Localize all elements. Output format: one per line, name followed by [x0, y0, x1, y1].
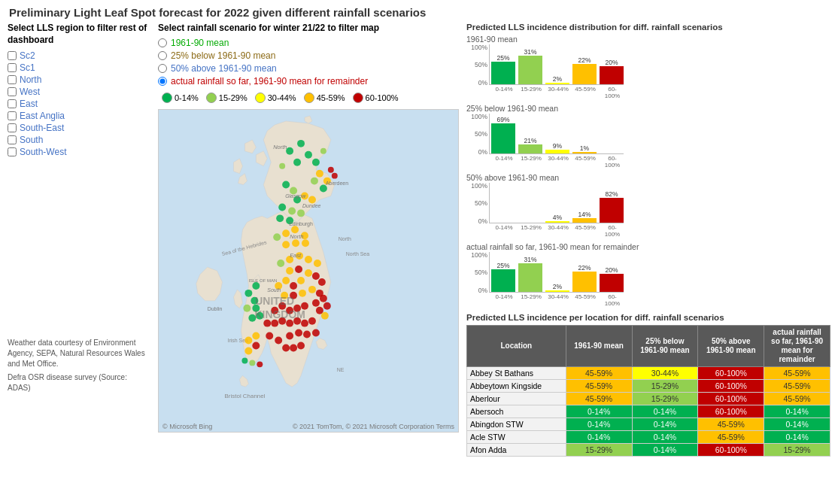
- svg-text:South: South: [267, 287, 281, 293]
- chart-area-0: 100%50%0%25%31%2%22%20%: [466, 44, 830, 86]
- svg-point-62: [321, 312, 329, 320]
- svg-text:NE: NE: [337, 367, 345, 372]
- checkbox-north[interactable]: [8, 75, 17, 84]
- checkbox-south-east[interactable]: [8, 123, 17, 132]
- checkbox-item-sc1[interactable]: Sc1: [8, 62, 150, 73]
- x-label: 0-14%: [492, 86, 516, 99]
- radio-0[interactable]: [158, 38, 167, 47]
- x-label: 60-100%: [600, 86, 624, 99]
- checkbox-sc2[interactable]: [8, 51, 17, 60]
- checkbox-item-north[interactable]: North: [8, 74, 150, 85]
- checkbox-item-sc2[interactable]: Sc2: [8, 50, 150, 61]
- svg-point-75: [286, 332, 293, 340]
- svg-point-17: [328, 167, 334, 173]
- checkbox-south-west[interactable]: [8, 147, 17, 156]
- data-cell-1: 15-29%: [632, 380, 698, 393]
- data-cell-0: 0-14%: [566, 431, 632, 444]
- checkbox-west[interactable]: [8, 87, 17, 96]
- data-cell-3: 45-59%: [764, 380, 830, 393]
- checkbox-label: Sc1: [20, 62, 35, 73]
- svg-point-44: [244, 290, 252, 297]
- svg-point-34: [292, 239, 299, 247]
- radio-item-1[interactable]: 25% below 1961-90 mean: [158, 50, 459, 61]
- radio-1[interactable]: [158, 51, 167, 60]
- data-cell-2: 45-59%: [698, 431, 764, 444]
- charts-title: Predicted LLS incidence distribution for…: [466, 23, 830, 32]
- bar-rect: [518, 144, 542, 153]
- checkbox-east-anglia[interactable]: [8, 111, 17, 120]
- radio-item-0[interactable]: 1961-90 mean: [158, 38, 459, 48]
- bar-wrap-4: [600, 113, 624, 153]
- bar-rect: [600, 198, 624, 223]
- checkbox-label: North: [20, 74, 41, 85]
- chart-block-0: 1961-90 mean100%50%0%25%31%2%22%20%0-14%…: [466, 35, 830, 99]
- legend-item-60-100%: 60-100%: [353, 93, 399, 103]
- radio-label-2: 50% above 1961-90 mean: [171, 63, 277, 74]
- svg-point-41: [286, 267, 293, 275]
- checkbox-item-east-anglia[interactable]: East Anglia: [8, 111, 150, 121]
- chart-scenario-label-2: 50% above 1961-90 mean: [466, 173, 830, 182]
- checkbox-sc1[interactable]: [8, 63, 17, 72]
- svg-point-29: [282, 229, 290, 237]
- checkbox-label: East: [20, 99, 38, 109]
- svg-point-24: [278, 203, 286, 211]
- svg-point-33: [282, 241, 290, 248]
- svg-point-9: [293, 159, 301, 166]
- svg-point-87: [244, 347, 252, 354]
- data-cell-3: 0-14%: [764, 418, 830, 431]
- svg-point-88: [241, 357, 247, 363]
- bar-wrap-2: 4%: [545, 182, 569, 223]
- bar-rect: [572, 64, 597, 84]
- location-cell: Afon Adda: [467, 444, 566, 457]
- x-label: 45-59%: [573, 155, 597, 169]
- source-text: Weather data courtesy of Environment Age…: [8, 338, 150, 369]
- radio-item-3[interactable]: actual rainfall so far, 1961-90 mean for…: [158, 76, 459, 87]
- checkbox-item-east[interactable]: East: [8, 99, 150, 109]
- svg-text:Dublin: Dublin: [208, 306, 223, 311]
- bar-pct-label: 1%: [580, 145, 589, 152]
- checkbox-south[interactable]: [8, 135, 17, 144]
- checkbox-label: Sc2: [20, 50, 35, 61]
- bar-pct-label: 31%: [524, 49, 536, 56]
- bar-wrap-3: 1%: [572, 113, 597, 153]
- bar-rect: [491, 62, 515, 84]
- table-row: Abbey St Bathans45-59%30-44%60-100%45-59…: [467, 367, 830, 380]
- data-cell-0: 0-14%: [566, 405, 632, 418]
- bar-pct-label: 22%: [578, 265, 591, 272]
- svg-point-74: [308, 317, 316, 325]
- checkbox-label: South: [20, 135, 43, 145]
- x-label: 30-44%: [546, 224, 570, 238]
- table-header-0: Location: [467, 326, 566, 367]
- checkbox-item-south-west[interactable]: South-West: [8, 147, 150, 157]
- bar-pct-label: 4%: [553, 214, 562, 221]
- radio-2[interactable]: [158, 64, 167, 73]
- svg-text:North: North: [273, 144, 287, 150]
- bar-pct-label: 2%: [553, 284, 562, 290]
- svg-point-10: [312, 159, 320, 166]
- x-label: 60-100%: [600, 155, 624, 169]
- svg-point-35: [302, 239, 309, 247]
- checkbox-item-south-east[interactable]: South-East: [8, 123, 150, 133]
- svg-point-58: [312, 299, 320, 307]
- x-label: 45-59%: [573, 86, 597, 99]
- svg-text:Bristol Channel: Bristol Channel: [225, 393, 266, 399]
- bar-rect: [491, 269, 515, 292]
- radio-3[interactable]: [158, 77, 167, 86]
- legend-dot: [206, 93, 217, 103]
- x-labels-row-2: 0-14%15-29%30-44%45-59%60-100%: [489, 224, 830, 238]
- chart-scenario-label-0: 1961-90 mean: [466, 35, 830, 44]
- data-cell-0: 45-59%: [566, 393, 632, 405]
- data-cell-2: 60-100%: [698, 367, 764, 380]
- svg-point-43: [252, 282, 260, 290]
- y-label: 0%: [478, 149, 487, 156]
- checkbox-item-south[interactable]: South: [8, 135, 150, 145]
- radio-item-2[interactable]: 50% above 1961-90 mean: [158, 63, 459, 74]
- bar-wrap-4: 82%: [600, 182, 624, 223]
- x-label: 15-29%: [519, 224, 543, 238]
- bar-rect: [572, 152, 597, 153]
- bar-wrap-2: 9%: [545, 113, 569, 153]
- location-cell: Acle STW: [467, 431, 566, 444]
- checkbox-east[interactable]: [8, 99, 17, 108]
- filter-title: Select LLS region to filter rest of dash…: [8, 23, 150, 46]
- checkbox-item-west[interactable]: West: [8, 87, 150, 97]
